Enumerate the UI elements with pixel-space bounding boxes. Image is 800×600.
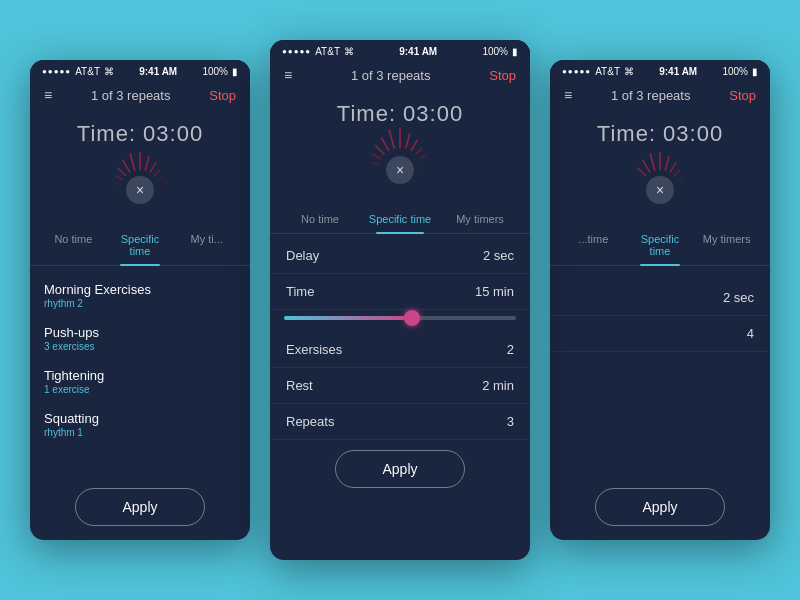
- battery-icon-right: ▮: [752, 66, 758, 77]
- tab-no-time-left[interactable]: No time: [40, 225, 107, 265]
- svg-line-9: [117, 167, 125, 175]
- setting-row-time: Time 15 min: [270, 274, 530, 310]
- radial-area-left: ×: [30, 155, 250, 225]
- tab-specific-time-center[interactable]: Specific time: [360, 205, 440, 233]
- slider-track[interactable]: [284, 316, 516, 320]
- svg-line-15: [416, 147, 423, 154]
- wifi-icon-center: ⌘: [344, 46, 354, 57]
- tab-my-timers-right[interactable]: My timers: [693, 225, 760, 265]
- svg-line-4: [157, 177, 162, 180]
- nav-bar-left: ≡ 1 of 3 repeats Stop: [30, 81, 250, 109]
- signal-dots-center: ●●●●●: [282, 47, 311, 56]
- scene: ●●●●● AT&T ⌘ 9:41 AM 100% ▮ ≡ 1 of 3 rep…: [0, 0, 800, 600]
- phone-card-center: ●●●●● AT&T ⌘ 9:41 AM 100% ▮ ≡ 1 of 3 rep…: [270, 40, 530, 560]
- wifi-icon-right: ⌘: [624, 66, 634, 77]
- svg-line-28: [677, 177, 682, 180]
- close-button-center[interactable]: ×: [386, 156, 414, 184]
- tab-my-timers-left[interactable]: My ti...: [173, 225, 240, 265]
- stop-button-right[interactable]: Stop: [729, 88, 756, 103]
- tab-specific-time-right[interactable]: Specific time: [627, 225, 694, 265]
- svg-line-22: [372, 154, 381, 159]
- battery-right: 100%: [722, 66, 748, 77]
- wifi-icon-left: ⌘: [104, 66, 114, 77]
- svg-line-5: [159, 184, 163, 185]
- svg-line-16: [419, 155, 426, 159]
- apply-button-right[interactable]: Apply: [595, 488, 725, 526]
- setting-row-rest: Rest 2 min: [270, 368, 530, 404]
- svg-line-2: [150, 162, 156, 172]
- setting-row-right-2: 4: [550, 316, 770, 352]
- svg-line-29: [650, 153, 655, 170]
- nav-title-right: 1 of 3 repeats: [611, 88, 691, 103]
- svg-line-26: [670, 162, 676, 172]
- stop-button-center[interactable]: Stop: [489, 68, 516, 83]
- svg-line-31: [637, 167, 645, 175]
- svg-line-23: [371, 162, 379, 164]
- setting-row-delay: Delay 2 sec: [270, 238, 530, 274]
- tab-my-timers-center[interactable]: My timers: [440, 205, 520, 233]
- tab-no-time-right[interactable]: ...time: [560, 225, 627, 265]
- status-bar-center: ●●●●● AT&T ⌘ 9:41 AM 100% ▮: [270, 40, 530, 61]
- svg-line-27: [674, 170, 680, 176]
- hamburger-icon-center[interactable]: ≡: [284, 67, 292, 83]
- signal-dots-right: ●●●●●: [562, 67, 591, 76]
- battery-left: 100%: [202, 66, 228, 77]
- svg-line-11: [115, 183, 121, 185]
- svg-line-13: [406, 133, 410, 148]
- hamburger-icon-left[interactable]: ≡: [44, 87, 52, 103]
- close-button-left[interactable]: ×: [126, 176, 154, 204]
- svg-line-1: [145, 156, 149, 170]
- radial-area-right: ×: [550, 155, 770, 225]
- phone-card-right: ●●●●● AT&T ⌘ 9:41 AM 100% ▮ ≡ 1 of 3 rep…: [550, 60, 770, 540]
- list-item[interactable]: Push-ups 3 exercises: [30, 317, 250, 360]
- tabs-center: No time Specific time My timers: [270, 205, 530, 234]
- carrier-center: AT&T: [315, 46, 340, 57]
- close-button-right[interactable]: ×: [646, 176, 674, 204]
- nav-bar-center: ≡ 1 of 3 repeats Stop: [270, 61, 530, 89]
- svg-line-17: [421, 163, 427, 165]
- time-center: 9:41 AM: [399, 46, 437, 57]
- svg-line-21: [375, 145, 384, 154]
- svg-line-19: [389, 129, 394, 148]
- nav-bar-right: ≡ 1 of 3 repeats Stop: [550, 81, 770, 109]
- radial-area-center: ×: [270, 135, 530, 205]
- tab-specific-time-left[interactable]: Specific time: [107, 225, 174, 265]
- svg-line-14: [411, 140, 418, 151]
- phone-card-left: ●●●●● AT&T ⌘ 9:41 AM 100% ▮ ≡ 1 of 3 rep…: [30, 60, 250, 540]
- time-right: 9:41 AM: [659, 66, 697, 77]
- list-item[interactable]: Squatting rhythm 1: [30, 403, 250, 446]
- carrier-right: AT&T: [595, 66, 620, 77]
- svg-line-25: [665, 156, 669, 170]
- status-bar-left: ●●●●● AT&T ⌘ 9:41 AM 100% ▮: [30, 60, 250, 81]
- apply-button-left[interactable]: Apply: [75, 488, 205, 526]
- setting-row-right-1: 2 sec: [550, 280, 770, 316]
- slider-fill: [284, 316, 412, 320]
- battery-icon-center: ▮: [512, 46, 518, 57]
- battery-center: 100%: [482, 46, 508, 57]
- status-bar-right: ●●●●● AT&T ⌘ 9:41 AM 100% ▮: [550, 60, 770, 81]
- tab-no-time-center[interactable]: No time: [280, 205, 360, 233]
- list-section-left: Morning Exercises rhythm 2 Push-ups 3 ex…: [30, 270, 250, 478]
- tabs-left: No time Specific time My ti...: [30, 225, 250, 266]
- time-left: 9:41 AM: [139, 66, 177, 77]
- setting-row-exercises: Exersises 2: [270, 332, 530, 368]
- stop-button-left[interactable]: Stop: [209, 88, 236, 103]
- nav-title-left: 1 of 3 repeats: [91, 88, 171, 103]
- svg-line-10: [116, 176, 123, 180]
- list-item[interactable]: Tightening 1 exercise: [30, 360, 250, 403]
- tabs-right: ...time Specific time My timers: [550, 225, 770, 266]
- battery-icon-left: ▮: [232, 66, 238, 77]
- hamburger-icon-right[interactable]: ≡: [564, 87, 572, 103]
- svg-line-7: [130, 153, 135, 170]
- carrier-left: AT&T: [75, 66, 100, 77]
- setting-row-repeats: Repeats 3: [270, 404, 530, 440]
- apply-button-center[interactable]: Apply: [335, 450, 465, 488]
- svg-line-3: [154, 170, 160, 176]
- signal-dots-left: ●●●●●: [42, 67, 71, 76]
- nav-title-center: 1 of 3 repeats: [351, 68, 431, 83]
- slider-thumb[interactable]: [404, 310, 420, 326]
- slider-container[interactable]: [270, 310, 530, 332]
- svg-line-30: [643, 160, 651, 173]
- list-item[interactable]: Morning Exercises rhythm 2: [30, 274, 250, 317]
- svg-line-8: [123, 160, 131, 173]
